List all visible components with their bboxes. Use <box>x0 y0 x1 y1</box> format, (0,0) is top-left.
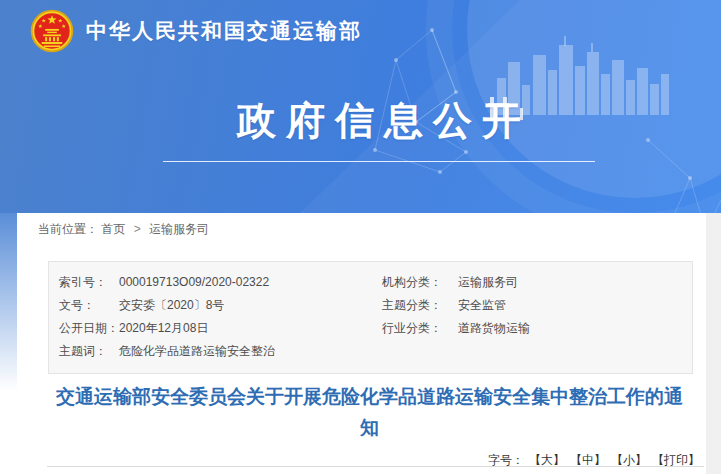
title-underline <box>163 161 595 162</box>
meta-row-date: 公开日期： 2020年12月08日 行业分类： 道路货物运输 <box>59 317 692 340</box>
meta-row-keywords: 主题词： 危险化学品道路运输安全整治 <box>59 340 692 363</box>
meta-label: 主题分类： <box>382 294 458 317</box>
content-area: 当前位置： 首页 > 运输服务司 索引号： 000019713O09/2020-… <box>0 213 721 474</box>
gov-banner: 中华人民共和国交通运输部 政府信息公开 <box>0 0 721 213</box>
article-title: 交通运输部安全委员会关于开展危险化学品道路运输安全集中整治工作的通知 <box>48 381 691 443</box>
meta-value <box>458 340 692 363</box>
right-margin-strip <box>706 213 721 474</box>
breadcrumb-label: 当前位置： <box>38 222 98 236</box>
national-emblem-icon <box>30 9 74 53</box>
meta-value: 道路货物运输 <box>458 317 692 340</box>
breadcrumb-separator: > <box>134 222 141 236</box>
left-gradient-strip <box>0 213 17 391</box>
meta-label: 文号： <box>59 294 119 317</box>
meta-value: 000019713O09/2020-02322 <box>119 271 382 294</box>
meta-value: 危险化学品道路运输安全整治 <box>119 340 382 363</box>
banner-title-block: 政府信息公开 <box>163 94 595 162</box>
breadcrumb-home-link[interactable]: 首页 <box>101 222 125 236</box>
meta-row-docnumber: 文号： 交安委〔2020〕8号 主题分类： 安全监管 <box>59 294 692 317</box>
meta-label <box>382 340 458 363</box>
document-meta-table: 索引号： 000019713O09/2020-02322 机构分类： 运输服务司… <box>48 261 693 374</box>
meta-label: 公开日期： <box>59 317 119 340</box>
breadcrumb-current: 运输服务司 <box>149 222 209 236</box>
meta-label: 机构分类： <box>382 271 458 294</box>
meta-value: 交安委〔2020〕8号 <box>119 294 382 317</box>
ministry-name: 中华人民共和国交通运输部 <box>86 17 362 45</box>
meta-label: 主题词： <box>59 340 119 363</box>
breadcrumb: 当前位置： 首页 > 运输服务司 <box>38 221 209 238</box>
meta-row-index: 索引号： 000019713O09/2020-02322 机构分类： 运输服务司 <box>59 271 692 294</box>
meta-value: 2020年12月08日 <box>119 317 382 340</box>
meta-label: 索引号： <box>59 271 119 294</box>
meta-value: 运输服务司 <box>458 271 692 294</box>
page-title: 政府信息公开 <box>163 94 595 148</box>
meta-value: 安全监管 <box>458 294 692 317</box>
ministry-brand[interactable]: 中华人民共和国交通运输部 <box>30 9 362 53</box>
horizontal-divider <box>47 466 704 467</box>
meta-label: 行业分类： <box>382 317 458 340</box>
